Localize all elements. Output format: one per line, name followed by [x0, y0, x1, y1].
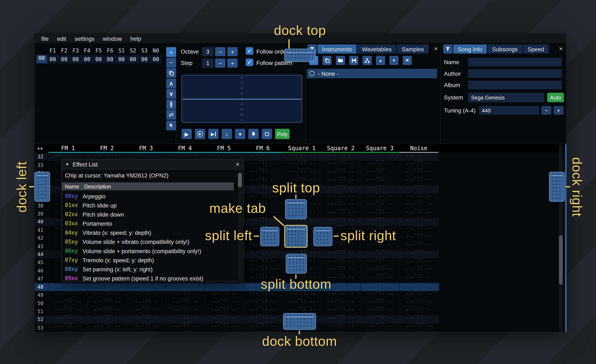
instrument-organize-button[interactable]	[363, 56, 372, 65]
song-panel-close-button[interactable]: ×	[557, 45, 565, 53]
effect-list-close-button[interactable]: ×	[236, 160, 239, 168]
repeat-pattern-button[interactable]	[262, 129, 272, 139]
dock-right-target[interactable]	[549, 172, 565, 202]
stop-button[interactable]: ●	[235, 129, 245, 139]
pattern-cell[interactable]: ... .. .. ...	[204, 322, 243, 332]
octave-increase-button[interactable]: +	[227, 47, 238, 56]
order-move-to-end-button[interactable]: ∨∨	[166, 99, 176, 109]
step-increase-button[interactable]: +	[227, 58, 238, 68]
play-from-cursor-button[interactable]: ▶	[208, 129, 218, 139]
song-filter-button[interactable]	[443, 44, 452, 54]
pattern-cell[interactable]: ... .. .. ...	[127, 322, 165, 332]
order-cell-6[interactable]: 00	[116, 56, 127, 62]
tab-instruments[interactable]: Instruments	[317, 44, 357, 54]
menu-item-window[interactable]: window	[98, 34, 126, 43]
tab-song-info[interactable]: Song Info	[453, 44, 487, 54]
menu-item-file[interactable]: file	[37, 34, 53, 43]
tab-speed[interactable]: Speed	[523, 44, 549, 54]
play-button[interactable]: ▶	[181, 129, 192, 139]
pattern-cell[interactable]: ... .. .. ...	[48, 322, 87, 332]
follow-orders-checkbox[interactable]: ✓	[246, 47, 253, 55]
order-add-button[interactable]: +	[166, 47, 176, 57]
instrument-duplicate-button[interactable]	[322, 56, 332, 65]
octave-decrease-button[interactable]: −	[215, 47, 225, 56]
make-tab-target[interactable]	[284, 225, 308, 248]
poly-button[interactable]: Poly	[275, 129, 290, 139]
order-move-down-button[interactable]: ∨	[166, 89, 176, 99]
tab-wavetables[interactable]: Wavetables	[358, 44, 396, 54]
effect-row-08xy[interactable]: 08xySet panning (x: left; y: right)	[62, 264, 236, 274]
octave-input[interactable]: 3	[202, 47, 214, 56]
dock-bottom-target[interactable]	[283, 313, 316, 330]
channel-header-fm-1[interactable]: FM 1	[48, 144, 87, 153]
effect-row-06xy[interactable]: 06xyVolume slide + portamento (compatibi…	[62, 246, 236, 255]
name-input[interactable]	[468, 58, 562, 66]
channel-header-fm-2[interactable]: FM 2	[88, 144, 127, 153]
channel-header-square-1[interactable]: Square 1	[282, 144, 321, 153]
channel-header-square-2[interactable]: Square 2	[321, 144, 360, 153]
channel-header-fm-4[interactable]: FM 4	[165, 144, 204, 153]
tuning-decrease-button[interactable]: −	[541, 106, 551, 115]
dock-top-target[interactable]	[284, 49, 316, 62]
pattern-scrollbar-thumb[interactable]	[559, 235, 563, 284]
author-input[interactable]	[468, 69, 562, 78]
assets-panel-close-button[interactable]: ×	[432, 45, 440, 53]
pattern-row-53[interactable]: 53... .. .. ...... .. .. ...... .. .. ..…	[35, 323, 439, 332]
split-left-target[interactable]	[260, 227, 279, 246]
system-auto-button[interactable]: Auto	[547, 93, 564, 102]
order-cell-0[interactable]: 00	[47, 56, 58, 62]
metronome-button[interactable]	[248, 129, 259, 139]
channel-header-fm-3[interactable]: FM 3	[127, 144, 165, 153]
order-cell-5[interactable]: 00	[104, 56, 116, 62]
effect-row-03xx[interactable]: 03xxPortamento	[62, 219, 236, 228]
order-edit-mode-button[interactable]	[166, 120, 176, 130]
pattern-cell[interactable]: ... .. .. ...	[243, 322, 282, 332]
pattern-cell[interactable]: ... .. .. ...	[321, 322, 360, 332]
pattern-expand-button[interactable]: ++	[35, 144, 48, 153]
menu-item-help[interactable]: help	[126, 34, 145, 43]
tuning-increase-button[interactable]: +	[554, 106, 564, 115]
split-right-target[interactable]	[313, 227, 332, 246]
pattern-cell[interactable]: ... .. .. ...	[360, 322, 399, 332]
tab-subsongs[interactable]: Subsongs	[488, 44, 522, 54]
menu-item-settings[interactable]: settings	[70, 34, 98, 43]
split-top-target[interactable]	[285, 199, 307, 219]
instrument-list-item-none[interactable]: - None -	[307, 69, 437, 78]
order-cell-2[interactable]: 00	[70, 56, 81, 62]
pattern-cell[interactable]: ... .. .. ...	[165, 322, 204, 332]
order-row-index[interactable]: 00	[36, 55, 47, 63]
order-row[interactable]: 00 00000000000000000000	[36, 55, 162, 63]
order-duplicate-button[interactable]	[166, 68, 176, 78]
effect-list-scrollbar[interactable]	[238, 171, 242, 280]
dock-left-target[interactable]	[34, 172, 50, 202]
effect-row-00xy[interactable]: 00xyArpeggio	[62, 191, 236, 201]
effect-row-07xy[interactable]: 07xyTremolo (x: speed; y: depth)	[62, 255, 236, 264]
order-cell-3[interactable]: 00	[81, 56, 93, 62]
step-row-button[interactable]: ↓	[222, 129, 232, 139]
album-input[interactable]	[468, 80, 562, 89]
order-change-mode-button[interactable]: ⇄	[166, 110, 176, 120]
step-input[interactable]: 1	[202, 58, 214, 68]
effect-row-09xx[interactable]: 09xxSet groove pattern (speed 1 if no gr…	[62, 274, 236, 283]
split-bottom-target[interactable]	[286, 254, 307, 274]
channel-header-fm-6[interactable]: FM 6	[243, 144, 282, 153]
order-cell-4[interactable]: 00	[93, 56, 104, 62]
order-cell-9[interactable]: 00	[150, 56, 162, 62]
effect-list-column-header[interactable]: Name Description	[62, 182, 234, 190]
follow-pattern-checkbox[interactable]: ✓	[246, 58, 253, 66]
instrument-save-button[interactable]	[349, 56, 358, 65]
tab-samples[interactable]: Samples	[397, 44, 428, 54]
order-move-up-button[interactable]: ∧	[166, 78, 176, 88]
step-decrease-button[interactable]: −	[215, 58, 225, 68]
channel-header-noise[interactable]: Noise	[399, 144, 438, 153]
pattern-cell[interactable]: ... .. .. ...	[88, 322, 127, 332]
effect-list-scrollbar-thumb[interactable]	[238, 173, 242, 187]
instrument-open-button[interactable]	[336, 56, 345, 65]
system-input[interactable]: Sega Genesis	[468, 93, 544, 102]
channel-header-fm-5[interactable]: FM 5	[204, 144, 243, 153]
order-remove-button[interactable]: −	[166, 58, 176, 67]
pattern-cell[interactable]: ... .. .. ...	[399, 322, 438, 332]
instrument-delete-button[interactable]: ×	[403, 56, 412, 65]
instrument-move-up-button[interactable]: ▲	[376, 56, 385, 65]
menu-item-edit[interactable]: edit	[53, 34, 70, 43]
